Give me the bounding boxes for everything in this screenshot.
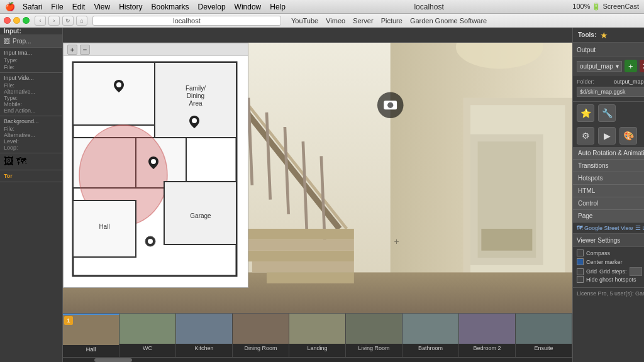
page-item[interactable]: Page: [573, 210, 644, 222]
zoom-out-button[interactable]: −: [80, 45, 90, 55]
list-view-button[interactable]: ☰ List View: [635, 224, 644, 231]
mobile-row: Mobile:: [4, 101, 58, 107]
home-button[interactable]: ⌂: [76, 16, 87, 26]
svg-text:Garage: Garage: [190, 212, 211, 219]
html-item[interactable]: HTML: [573, 185, 644, 197]
tools-label: Tools:: [578, 31, 596, 38]
add-output-button[interactable]: +: [625, 60, 637, 72]
thumbnail-item-kitchen[interactable]: Kitchen: [176, 314, 233, 357]
icon-row-2: ⚙ ▶ 🎨: [573, 124, 644, 147]
mac-menu[interactable]: Safari File Edit View History Bookmarks …: [23, 3, 286, 11]
menu-help[interactable]: Help: [270, 3, 286, 11]
menu-safari[interactable]: Safari: [23, 3, 42, 11]
thumbnail-item-ensuite[interactable]: Ensuite: [516, 314, 572, 357]
thumbnail-item-dining-room[interactable]: Dining Room: [233, 314, 289, 357]
end-action-row: End Action...: [4, 107, 58, 114]
thumbnail-item-living-room[interactable]: Living Room: [346, 314, 402, 357]
forward-button[interactable]: ›: [48, 16, 60, 26]
menu-edit[interactable]: Edit: [72, 3, 86, 11]
thumbnail-item-landing[interactable]: Landing: [289, 314, 346, 357]
bookmark-vimeo[interactable]: Vimeo: [326, 17, 345, 25]
thumbnail-item-hall[interactable]: 1Hall: [63, 314, 119, 357]
prop-label: Prop...: [13, 38, 31, 45]
folder-label: Folder:: [577, 79, 611, 85]
thumbnail-image-4: [289, 314, 345, 344]
path-input[interactable]: $d/skin_map.ggsk: [577, 87, 644, 97]
bookmark-youtube[interactable]: YouTube: [291, 17, 318, 25]
center-marker-row: Center marker: [577, 258, 644, 265]
minimize-button[interactable]: [13, 17, 20, 24]
bookmark-ggnome[interactable]: Garden Gnome Software: [410, 17, 487, 25]
thumbnail-image-2: [176, 314, 232, 344]
play-icon-button[interactable]: ▶: [598, 127, 616, 145]
grid-steps-input[interactable]: [630, 267, 642, 276]
svg-rect-53: [402, 314, 458, 344]
menu-develop[interactable]: Develop: [198, 3, 226, 11]
thumbnail-item-wc[interactable]: WC: [119, 314, 176, 357]
type-row: Type:: [4, 57, 58, 63]
thumbnail-label-0: Hall: [63, 345, 119, 354]
control-item[interactable]: Control: [573, 197, 644, 210]
background-label: Background...: [4, 118, 58, 124]
svg-rect-55: [516, 314, 572, 344]
remove-output-button[interactable]: ✕: [640, 60, 644, 72]
grid-steps-label: Grid steps:: [599, 268, 627, 275]
street-view-button[interactable]: 🗺 Google Street View: [577, 224, 633, 231]
hide-ghost-hotspots-row: Hide ghost hotspots: [577, 276, 644, 283]
url-bar[interactable]: localhost: [92, 16, 281, 26]
reload-button[interactable]: ↻: [62, 16, 74, 26]
thumbnail-image-1: [119, 314, 175, 344]
compass-checkbox[interactable]: [577, 250, 584, 256]
horizontal-scrollbar[interactable]: [63, 357, 572, 362]
page-label: Page: [578, 212, 592, 219]
hotspots-label: Hotspots: [578, 175, 602, 182]
prop-tour-icons: 🖼 🗺: [0, 153, 62, 170]
grid-checkbox[interactable]: [577, 268, 584, 275]
skin2-icon-button[interactable]: 🎨: [619, 127, 637, 145]
thumbnail-item-bathroom[interactable]: Bathroom: [402, 314, 459, 357]
menu-bookmarks[interactable]: Bookmarks: [152, 3, 189, 11]
video-file-row: File:: [4, 82, 58, 89]
prop-icon: 🖼: [4, 38, 10, 45]
close-button[interactable]: [4, 17, 11, 24]
file-row: File:: [4, 64, 58, 70]
menu-history[interactable]: History: [119, 3, 142, 11]
center-marker-checkbox[interactable]: [577, 258, 584, 265]
svg-text:Hall: Hall: [99, 223, 109, 230]
scroll-thumb[interactable]: [94, 358, 132, 362]
thumbnail-image-0: 1: [63, 315, 119, 345]
background-section: Background... File: Alternative... Level…: [0, 116, 62, 153]
zoom-in-button[interactable]: +: [67, 45, 77, 55]
hotspot-4[interactable]: [145, 236, 155, 246]
menu-view[interactable]: View: [94, 3, 110, 11]
bookmark-server[interactable]: Server: [353, 17, 373, 25]
svg-rect-48: [119, 314, 175, 344]
settings2-icon-button[interactable]: ⚙: [577, 127, 594, 145]
rotation-animation-item[interactable]: Auto Rotation & Animation: [573, 147, 644, 160]
properties-icon[interactable]: 🖼: [4, 156, 14, 167]
browser-chrome: ‹ › ↻ ⌂ localhost YouTube Vimeo Server P…: [0, 14, 644, 28]
thumbnail-item-bedroom-2[interactable]: Bedroom 2: [459, 314, 516, 357]
hide-hotspots-checkbox[interactable]: [577, 276, 584, 283]
transitions-item[interactable]: Transitions: [573, 160, 644, 172]
left-panel: Input: 🖼 Prop... Input Ima... Type: File…: [0, 28, 63, 362]
thumbnail-label-6: Bathroom: [402, 344, 458, 353]
menu-file[interactable]: File: [51, 3, 63, 11]
maximize-button[interactable]: [23, 17, 30, 24]
back-button[interactable]: ‹: [35, 16, 46, 26]
svg-point-13: [116, 82, 121, 87]
level-row: Level:: [4, 138, 58, 145]
svg-text:+: +: [394, 236, 399, 246]
bookmark-picture[interactable]: Picture: [381, 17, 402, 25]
menu-window[interactable]: Window: [235, 3, 262, 11]
tools-icon-button[interactable]: 🔧: [598, 104, 616, 122]
thumbnail-label-3: Dining Room: [233, 344, 289, 353]
path-field: $d/skin_map.ggsk ▾ ↗: [577, 87, 644, 97]
thumbnail-image-3: [233, 314, 289, 344]
hotspots-item[interactable]: Hotspots: [573, 172, 644, 185]
skin-icon-button[interactable]: ⭐: [577, 104, 594, 122]
tour-icon[interactable]: 🗺: [16, 156, 26, 167]
tour-label: Tor: [4, 173, 58, 179]
dropdown-arrow-icon: ▾: [616, 63, 619, 70]
output-map-dropdown[interactable]: output_map ▾: [577, 61, 622, 72]
